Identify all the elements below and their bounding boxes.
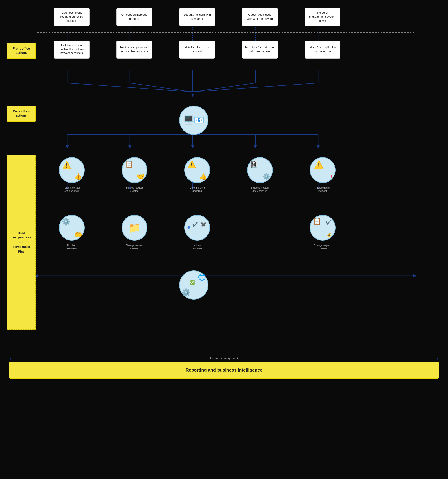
scenario-box-4: Guest faces issue with Wi-Fi password bbox=[242, 8, 278, 26]
itsm-icon-j5-col: 📋 ✔️ 💰 Change requestcreated bbox=[305, 215, 340, 250]
itsm-icon-j2: 📁 bbox=[122, 215, 147, 241]
itsm-icon-j3-label: Incidentresolved bbox=[192, 244, 202, 250]
scenario-box-2: On-season increase in guests bbox=[117, 8, 152, 26]
back-office-section: Back office actions 🖥️📧 bbox=[5, 103, 443, 148]
scenario-box-5: Property management system down bbox=[305, 8, 340, 26]
itsm-icon-col-1: ⚠️ 👍 Incident createdand assigned bbox=[54, 157, 90, 193]
action-box-2: Front desk requests self-service check-i… bbox=[117, 40, 152, 59]
final-node-wrapper: ⚙️ 🌐 ✅ bbox=[40, 250, 443, 299]
action-box-1: Facilities manager notifies IT about low… bbox=[54, 40, 90, 59]
incident-management-label: Incident management bbox=[205, 357, 242, 360]
itsm-icon-4-label: Incident createdand assigned bbox=[251, 186, 269, 193]
itsm-icon-j1: ⚙️ 🤲 bbox=[59, 215, 85, 241]
itsm-icon-j2-label: Change requestcreated bbox=[126, 244, 143, 250]
scenario-box-1: Business event reservation for 50 guests bbox=[54, 8, 90, 26]
scenario-box-3: Security incident with keycards bbox=[179, 8, 215, 26]
itsm-icon-4: 📓 ⚙️ bbox=[247, 157, 273, 183]
itsm-icon-j5: 📋 ✔️ 💰 bbox=[310, 215, 336, 241]
itsm-icon-1: ⚠️ 👍 bbox=[59, 157, 85, 183]
diagram-container: Business event reservation for 50 guests… bbox=[0, 0, 448, 479]
itsm-section: ITSMbest practiceswithServiceDesk Plus ⚠… bbox=[5, 155, 443, 339]
front-office-actions-row: Facilities manager notifies IT about low… bbox=[40, 40, 443, 59]
itsm-icon-j1-col: ⚙️ 🤲 Problemidentified bbox=[54, 215, 90, 250]
itsm-icon-5-label: Alert triggersincident bbox=[316, 186, 330, 193]
front-office-section: Front office actions Facilities manager … bbox=[5, 40, 443, 86]
itsm-icon-j1-label: Problemidentified bbox=[67, 244, 77, 250]
reporting-section: ◀ Incident management ▶ Reporting and bu… bbox=[7, 357, 441, 379]
itsm-icon-5: ⚠️ ! bbox=[310, 157, 336, 183]
itsm-icon-2: 📋 🤝 bbox=[122, 157, 147, 183]
itsm-icon-1-label: Incident createdand assigned bbox=[63, 186, 80, 193]
itsm-row1: ⚠️ 👍 Incident createdand assigned 📋 🤝 Se… bbox=[40, 155, 443, 193]
front-office-label: Front office actions bbox=[7, 43, 36, 59]
itsm-icon-col-3: ⚠️ 👍 Major incidentdeclared bbox=[179, 157, 215, 193]
itsm-icon-2-label: Service requestcreated bbox=[126, 186, 143, 193]
reporting-arrow-indicator: ◀ Incident management ▶ bbox=[7, 357, 441, 360]
final-node-icon: ⚙️ 🌐 ✅ bbox=[179, 270, 208, 299]
central-node-icon: 🖥️📧 bbox=[179, 106, 208, 135]
action-box-3: Hotelier raises major incident bbox=[179, 40, 215, 59]
itsm-icon-3: ⚠️ 👍 bbox=[184, 157, 210, 183]
reporting-bar: Reporting and business intelligence bbox=[9, 362, 439, 379]
svg-marker-22 bbox=[191, 94, 194, 97]
back-office-label: Back office actions bbox=[7, 106, 36, 121]
itsm-icon-j3-col: ● ✔️ ✖️ Incidentresolved bbox=[179, 215, 215, 250]
itsm-content: ⚠️ 👍 Incident createdand assigned 📋 🤝 Se… bbox=[5, 155, 443, 299]
itsm-icon-col-4: 📓 ⚙️ Incident createdand assigned bbox=[242, 157, 278, 193]
itsm-icon-col-5: ⚠️ ! Alert triggersincident bbox=[305, 157, 340, 193]
itsm-icon-j3: ● ✔️ ✖️ bbox=[184, 215, 210, 241]
itsm-icon-j2-col: 📁 Change requestcreated bbox=[117, 215, 152, 250]
action-box-5: Alerts from application monitoring tool bbox=[305, 40, 340, 59]
itsm-label: ITSMbest practiceswithServiceDesk Plus bbox=[7, 155, 36, 330]
action-box-4: Front desk forwards issue to IT service … bbox=[242, 40, 278, 59]
top-scenarios-section: Business event reservation for 50 guests… bbox=[5, 5, 443, 26]
itsm-icon-col-2: 📋 🤝 Service requestcreated bbox=[117, 157, 152, 193]
itsm-row2: ⚙️ 🤲 Problemidentified 📁 Change requestc… bbox=[40, 193, 443, 250]
top-scenarios-row: Business event reservation for 50 guests… bbox=[40, 5, 443, 26]
itsm-icon-j5-label: Change requestcreated bbox=[314, 244, 331, 250]
central-node-wrapper: 🖥️📧 bbox=[40, 103, 443, 135]
itsm-icon-3-label: Major incidentdeclared bbox=[189, 186, 205, 193]
